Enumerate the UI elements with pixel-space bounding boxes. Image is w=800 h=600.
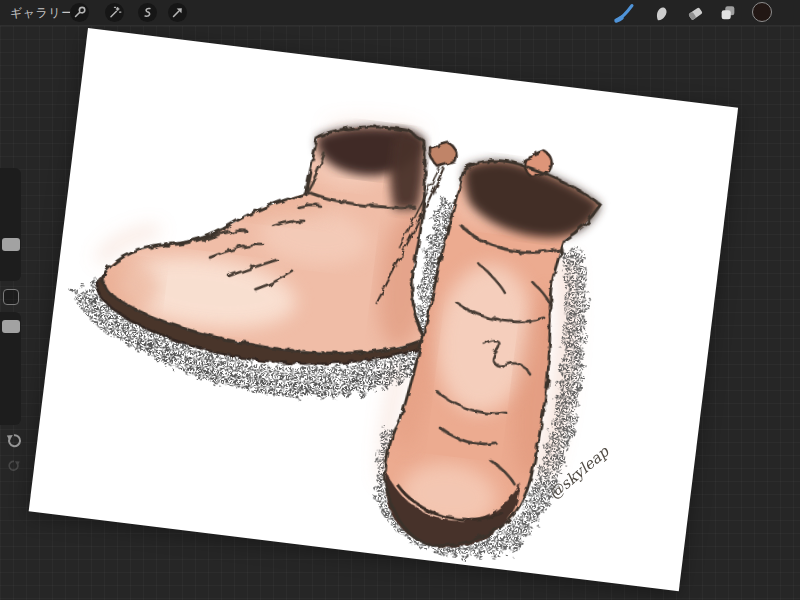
brush-opacity-handle[interactable] [2, 320, 20, 333]
smudge-icon [652, 3, 672, 23]
procreate-workspace: { "toolbar": { "gallery_label": "ギャラリー",… [0, 0, 800, 600]
redo-icon [6, 458, 22, 474]
magic-wand-icon [107, 5, 122, 20]
smudge-button[interactable] [651, 2, 673, 24]
s-curve-icon [140, 5, 155, 20]
left-boot-heel-tab [428, 141, 458, 169]
brush-icon [613, 2, 635, 24]
undo-button[interactable] [4, 431, 24, 454]
redo-button[interactable] [6, 458, 22, 477]
boots-artwork: @skyleap [29, 28, 738, 591]
eraser-icon [685, 3, 705, 23]
modify-button[interactable] [3, 289, 19, 305]
arrow-cursor-icon [170, 5, 185, 20]
undo-icon [4, 431, 24, 451]
brush-size-handle[interactable] [2, 238, 20, 251]
layers-button[interactable] [717, 2, 739, 24]
brush-size-slider[interactable] [0, 168, 21, 281]
actions-button[interactable] [70, 3, 89, 22]
erase-button[interactable] [684, 2, 706, 24]
brush-opacity-slider[interactable] [0, 312, 21, 425]
color-swatch[interactable] [752, 2, 772, 22]
wrench-icon [72, 5, 87, 20]
drawing-canvas[interactable]: @skyleap [29, 28, 738, 591]
top-toolbar: ギャラリー [0, 0, 800, 26]
adjustments-button[interactable] [105, 3, 124, 22]
selection-button[interactable] [138, 3, 157, 22]
layers-icon [718, 3, 738, 23]
transform-button[interactable] [168, 3, 187, 22]
paint-button[interactable] [613, 2, 635, 24]
gallery-button[interactable]: ギャラリー [10, 5, 74, 22]
